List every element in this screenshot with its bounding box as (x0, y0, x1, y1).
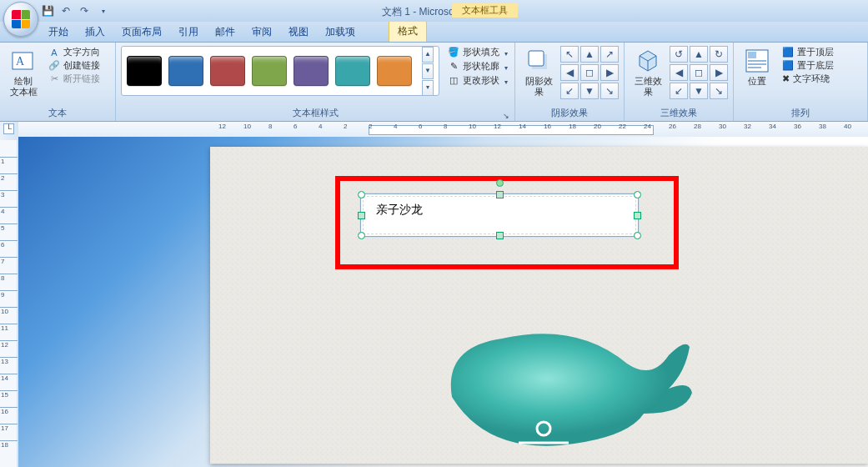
3d-effect-button[interactable]: 三维效果 (630, 46, 666, 99)
position-icon (744, 48, 770, 74)
vruler-tick: 6 (0, 240, 18, 249)
ruler-tick: 8 (444, 123, 447, 130)
change-shape-button[interactable]: ◫更改形状 (446, 74, 509, 87)
style-swatch-5[interactable] (335, 56, 370, 86)
shadow-nudge-d[interactable]: ▼ (580, 83, 599, 99)
style-swatch-1[interactable] (168, 56, 203, 86)
shadow-effect-button[interactable]: 阴影效果 (520, 46, 557, 99)
vruler-tick: 15 (0, 390, 18, 399)
create-link-button[interactable]: 🔗创建链接 (45, 59, 103, 72)
resize-handle-ne[interactable] (634, 191, 641, 198)
shadow-nudge-dr[interactable]: ↘ (600, 83, 619, 99)
resize-handle-sw[interactable] (358, 232, 365, 239)
document-page[interactable]: 亲子沙龙 (210, 147, 868, 464)
3d-tilt-dr[interactable]: ↘ (710, 83, 728, 99)
ruler-tick: 2 (344, 123, 347, 130)
ruler-tick: 4 (394, 123, 397, 130)
3d-tilt-d[interactable]: ▼ (690, 83, 708, 99)
tab-addins[interactable]: 加载项 (317, 22, 364, 42)
shadow-nudge-dl[interactable]: ↙ (560, 83, 579, 99)
style-swatch-3[interactable] (252, 56, 287, 86)
selected-textbox[interactable]: 亲子沙龙 (360, 193, 639, 237)
gallery-down-icon[interactable]: ▼ (422, 63, 434, 79)
3d-tilt-l[interactable]: ◀ (670, 64, 688, 81)
save-icon[interactable]: 💾 (42, 5, 53, 17)
group-3d-label: 三维效果 (628, 106, 730, 121)
change-shape-icon: ◫ (448, 75, 459, 87)
vertical-ruler[interactable]: 123456789101112131415161718 (0, 140, 17, 467)
style-swatch-0[interactable] (127, 56, 162, 86)
group-text: A 绘制 文本框 A文字方向 🔗创建链接 ✂断开链接 文本 (0, 43, 116, 121)
3d-tilt-ul[interactable]: ↺ (670, 46, 688, 63)
redo-icon[interactable]: ↷ (78, 5, 90, 17)
ruler-tick: 8 (268, 123, 272, 130)
gallery-up-icon[interactable]: ▲ (422, 47, 434, 63)
tab-format[interactable]: 格式 (389, 20, 427, 42)
resize-handle-s[interactable] (496, 232, 504, 239)
group-styles-label[interactable]: 文本框样式 (119, 106, 511, 121)
tab-view[interactable]: 视图 (280, 22, 317, 42)
3d-toggle[interactable]: ◻ (690, 64, 708, 81)
resize-handle-w[interactable] (358, 212, 365, 219)
style-swatch-2[interactable] (210, 56, 245, 86)
bring-front-button[interactable]: 🟦置于顶层 (780, 46, 835, 58)
workspace[interactable]: 亲子沙龙 (18, 137, 868, 467)
ruler-tick: 10 (469, 123, 476, 130)
undo-icon[interactable]: ↶ (60, 5, 72, 17)
qat-dropdown-icon[interactable] (97, 5, 108, 17)
text-direction-button[interactable]: A文字方向 (45, 46, 103, 58)
tab-page-layout[interactable]: 页面布局 (113, 22, 170, 42)
style-swatch-4[interactable] (294, 56, 329, 86)
group-textbox-styles: ▲ ▼ ▾ 🪣形状填充 ✎形状轮廓 ◫更改形状 文本框样式 (116, 43, 515, 121)
group-text-label: 文本 (3, 106, 112, 121)
vruler-tick: 10 (0, 307, 18, 315)
tab-selector-icon[interactable]: └ (3, 123, 14, 134)
3d-tilt-u[interactable]: ▲ (690, 46, 708, 63)
resize-handle-n[interactable] (496, 191, 504, 198)
vruler-tick: 11 (0, 324, 18, 332)
shadow-toggle[interactable]: ◻ (580, 64, 599, 81)
3d-tilt-r[interactable]: ▶ (710, 64, 728, 81)
shadow-nudge-r[interactable]: ▶ (600, 64, 619, 81)
send-back-button[interactable]: 🟦置于底层 (780, 59, 835, 72)
resize-handle-e[interactable] (634, 212, 641, 219)
tab-references[interactable]: 引用 (170, 22, 207, 42)
gallery-scroll: ▲ ▼ ▾ (422, 47, 434, 96)
cube-icon (635, 48, 661, 74)
vruler-tick: 1 (0, 157, 18, 165)
resize-handle-se[interactable] (634, 232, 641, 239)
tab-home[interactable]: 开始 (40, 22, 77, 42)
gallery-more-icon[interactable]: ▾ (422, 80, 434, 96)
break-link-button[interactable]: ✂断开链接 (45, 73, 103, 85)
shadow-nudge-u[interactable]: ▲ (580, 46, 599, 63)
paint-bucket-icon: 🪣 (448, 47, 459, 58)
textbox-content[interactable]: 亲子沙龙 (361, 194, 638, 226)
horizontal-ruler[interactable]: 1210864224681012141618202224262830323436… (18, 122, 868, 138)
styles-gallery: ▲ ▼ ▾ (121, 46, 439, 96)
ruler-tick: 30 (719, 123, 726, 130)
3d-tilt-dl[interactable]: ↙ (670, 83, 688, 99)
resize-handle-nw[interactable] (358, 191, 365, 198)
tab-insert[interactable]: 插入 (77, 22, 113, 42)
ruler-tick: 24 (644, 123, 651, 130)
shadow-nudge-ur[interactable]: ↗ (600, 46, 619, 63)
shadow-nudge-ul[interactable]: ↖ (560, 46, 579, 63)
document-area: └ 123456789101112131415161718 1210864224… (0, 122, 868, 467)
shadow-nudge-l[interactable]: ◀ (560, 64, 579, 81)
tab-review[interactable]: 审阅 (243, 22, 280, 42)
whale-image[interactable] (435, 297, 694, 455)
office-button[interactable] (3, 2, 38, 37)
tab-mailings[interactable]: 邮件 (207, 22, 243, 42)
ruler-tick: 12 (494, 123, 501, 130)
rotate-handle-icon[interactable] (496, 179, 504, 187)
title-bar: 💾 ↶ ↷ 文档 1 - Microsoft Word 文本框工具 (0, 0, 868, 22)
position-button[interactable]: 位置 (739, 46, 775, 88)
shape-outline-button[interactable]: ✎形状轮廓 (446, 60, 509, 73)
textbox-icon: A (10, 48, 37, 74)
link-icon: 🔗 (48, 60, 60, 72)
shape-fill-button[interactable]: 🪣形状填充 (446, 46, 509, 58)
3d-tilt-ur[interactable]: ↻ (710, 46, 728, 63)
style-swatch-6[interactable] (377, 56, 412, 86)
text-wrap-button[interactable]: ✖文字环绕 (780, 73, 835, 85)
draw-textbox-button[interactable]: A 绘制 文本框 (5, 46, 42, 99)
